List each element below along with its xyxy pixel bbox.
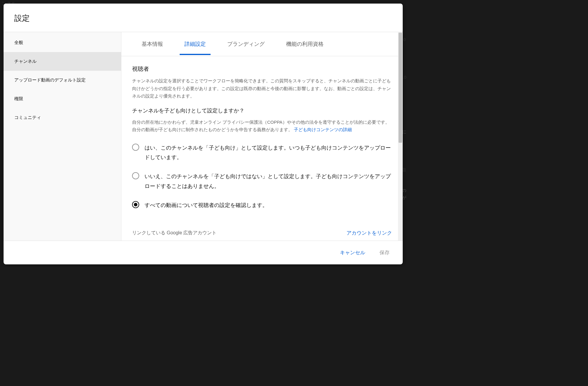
google-ads-section: リンクしている Google 広告アカウント アカウントをリンク YouTube… <box>121 215 403 241</box>
radio-circle-selected-icon <box>132 201 139 208</box>
ads-header: リンクしている Google 広告アカウント アカウントをリンク <box>132 230 392 236</box>
radio-review-all[interactable]: すべての動画について視聴者の設定を確認します。 <box>132 196 392 215</box>
settings-sidebar: 全般 チャンネル アップロード動画のデフォルト設定 権限 コミュニティ <box>4 32 121 241</box>
dialog-footer: キャンセル 保存 <box>4 241 403 264</box>
tab-advanced[interactable]: 詳細設定 <box>174 32 217 56</box>
dialog-body: 全般 チャンネル アップロード動画のデフォルト設定 権限 コミュニティ 基本情報… <box>4 32 403 241</box>
dialog-title: 設定 <box>14 13 392 23</box>
radio-circle-icon <box>132 144 139 151</box>
scrollbar-track[interactable] <box>398 32 403 241</box>
settings-dialog: 設定 全般 チャンネル アップロード動画のデフォルト設定 権限 コミュニティ 基… <box>4 4 403 264</box>
content-tabs: 基本情報 詳細設定 ブランディング 機能の利用資格 <box>121 32 403 56</box>
ads-title: リンクしている Google 広告アカウント <box>132 230 217 236</box>
tab-branding[interactable]: ブランディング <box>217 32 275 56</box>
audience-radio-group: はい、このチャンネルを「子ども向け」として設定します。いつも子ども向けコンテンツ… <box>132 138 392 215</box>
sidebar-item-upload-defaults[interactable]: アップロード動画のデフォルト設定 <box>4 71 121 90</box>
audience-desc: チャンネルの設定を選択することでワークフローを簡略化できます。この質問をスキップ… <box>132 77 392 100</box>
radio-label: すべての動画について視聴者の設定を確認します。 <box>145 200 268 210</box>
kids-question-desc: 自分の所在地にかかわらず、児童オンライン プライバシー保護法（COPPA）やその… <box>132 118 392 134</box>
radio-yes-kids[interactable]: はい、このチャンネルを「子ども向け」として設定します。いつも子ども向けコンテンツ… <box>132 138 392 167</box>
dialog-header: 設定 <box>4 4 403 32</box>
sidebar-item-general[interactable]: 全般 <box>4 33 121 52</box>
scrollbar-thumb[interactable] <box>399 33 402 143</box>
radio-label: いいえ、このチャンネルを「子ども向けではない」として設定します。子ども向けコンテ… <box>145 172 392 191</box>
radio-no-kids[interactable]: いいえ、このチャンネルを「子ども向けではない」として設定します。子ども向けコンテ… <box>132 167 392 196</box>
save-button[interactable]: 保存 <box>376 247 393 258</box>
sidebar-item-channel[interactable]: チャンネル <box>4 52 121 71</box>
audience-section: 視聴者 チャンネルの設定を選択することでワークフローを簡略化できます。この質問を… <box>121 56 403 215</box>
kids-content-detail-link[interactable]: 子ども向けコンテンツの詳細 <box>294 127 352 132</box>
sidebar-item-community[interactable]: コミュニティ <box>4 108 121 127</box>
settings-content: 基本情報 詳細設定 ブランディング 機能の利用資格 視聴者 チャンネルの設定を選… <box>121 32 403 241</box>
radio-label: はい、このチャンネルを「子ども向け」として設定します。いつも子ども向けコンテンツ… <box>145 143 392 162</box>
tab-basic-info[interactable]: 基本情報 <box>131 32 174 56</box>
link-account-button[interactable]: アカウントをリンク <box>346 230 392 236</box>
tab-feature-eligibility[interactable]: 機能の利用資格 <box>275 32 334 56</box>
sidebar-item-permissions[interactable]: 権限 <box>4 90 121 108</box>
bg-text: 0 <box>403 37 406 42</box>
audience-title: 視聴者 <box>132 65 392 73</box>
kids-question-title: チャンネルを子ども向けとして設定しますか？ <box>132 107 392 114</box>
radio-circle-icon <box>132 172 139 179</box>
cancel-button[interactable]: キャンセル <box>336 247 369 258</box>
